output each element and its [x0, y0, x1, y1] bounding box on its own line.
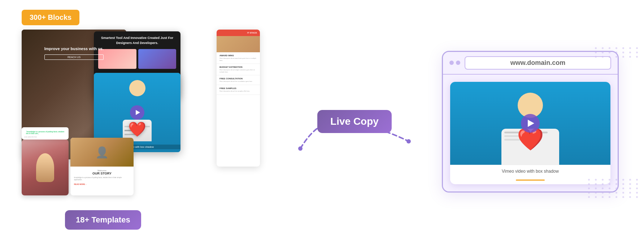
svg-point-0 [298, 146, 303, 151]
service-budget: BUDGET ESTIMATION Short description abou… [217, 64, 260, 75]
live-copy-badge: Live Copy [317, 110, 392, 133]
service-award-text: Short description about award wins goes … [219, 57, 257, 61]
browser-bar: www.domain.com [443, 52, 618, 75]
story-link[interactable]: READ MORE ↓ [74, 183, 130, 185]
browser-dots [449, 61, 460, 65]
browser-content: ❤️ Vimeo video with box shadow [443, 75, 618, 191]
design-grid [98, 49, 176, 69]
service-consult-title: FREE CONSULTATION [219, 78, 257, 80]
middle-section: Live Copy [300, 110, 409, 133]
service-samples: FREE SAMPLES Short description about fre… [217, 85, 260, 95]
service-img-1 [217, 36, 260, 52]
design-thumb-b [138, 49, 177, 69]
quote-sub: some subtext line here [24, 136, 66, 138]
browser-url: www.domain.com [465, 56, 611, 70]
svg-point-1 [406, 139, 411, 143]
service-consult-text: Short description about free consultatio… [219, 80, 257, 83]
service-samples-text: Short description about free samples off… [219, 90, 257, 92]
portrait-figure [36, 153, 54, 182]
service-budget-title: BUDGET ESTIMATION [219, 66, 257, 68]
blocks-badge: 300+ Blocks [22, 10, 79, 25]
browser-video-caption: Vimeo video with box shadow [450, 165, 610, 177]
service-award-title: AWARD WINS [219, 54, 257, 57]
card-story: 👤 Welcome OUR STORY knowledge is a proce… [70, 138, 134, 195]
card-story-content: Welcome OUR STORY knowledge is a process… [70, 167, 134, 188]
browser-dot-1 [449, 61, 454, 65]
service-it-stack: IT STACK [217, 30, 260, 36]
story-title: OUR STORY [74, 172, 130, 175]
templates-badge: 18+ Templates [65, 210, 141, 230]
service-award: AWARD WINS Short description about award… [217, 52, 260, 64]
service-budget-text: Short description about budget estimatio… [219, 69, 257, 73]
service-samples-title: FREE SAMPLES [219, 87, 257, 89]
hero-button[interactable]: REACH US [44, 54, 104, 60]
heart-emoji: ❤️ [128, 121, 146, 138]
dots-pattern-top [595, 47, 640, 58]
portrait-bg [22, 140, 69, 195]
quote-text: "knowledge is a process of putting facts… [24, 129, 66, 136]
story-text: knowledge is a process of putting facts;… [74, 177, 130, 181]
dots-pattern-bottom [588, 179, 640, 198]
card-story-image: 👤 [70, 138, 134, 167]
design-thumb-a [98, 49, 136, 69]
service-consult: FREE CONSULTATION Short description abou… [217, 75, 260, 85]
video-play-btn[interactable] [130, 105, 144, 120]
quote-card: "knowledge is a process of putting facts… [22, 127, 69, 140]
browser-video-area: ❤️ [450, 82, 610, 165]
left-section: 300+ Blocks Improve your business with u… [22, 10, 267, 233]
browser-video-card: ❤️ Vimeo video with box shadow [450, 82, 610, 184]
design-title: Smartest Tool And Innovative Created Jus… [98, 36, 176, 45]
main-container: 300+ Blocks Improve your business with u… [0, 0, 644, 243]
right-section: www.domain.com [442, 51, 622, 193]
browser-play-btn[interactable] [521, 114, 540, 133]
card-portrait [22, 140, 69, 195]
browser-window: www.domain.com [442, 51, 619, 193]
preview-stack: Improve your business with us. REACH US … [22, 30, 260, 217]
hero-text: Improve your business with us. [44, 46, 104, 52]
browser-dot-2 [456, 61, 460, 65]
card-services: IT STACK AWARD WINS Short description ab… [217, 30, 260, 167]
